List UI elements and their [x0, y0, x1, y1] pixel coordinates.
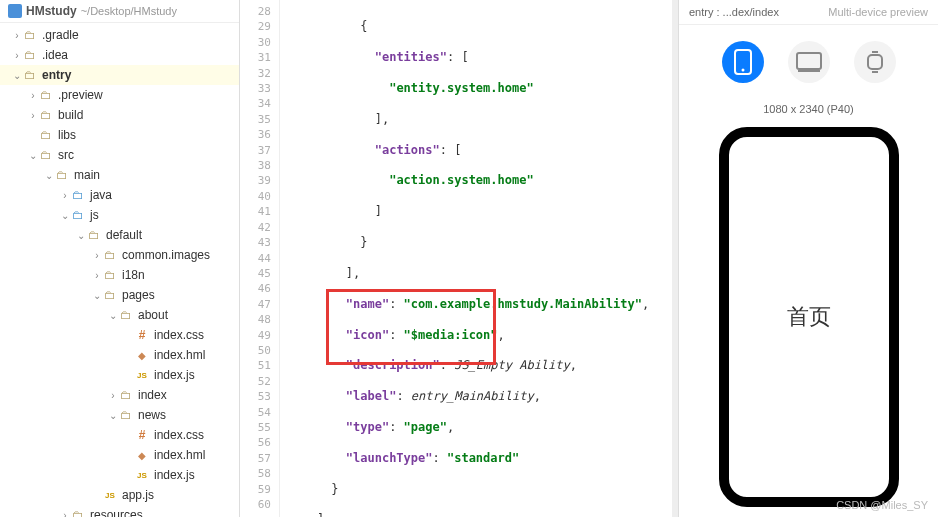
folder-icon: 🗀: [70, 208, 86, 222]
tree-item-about-css[interactable]: index.css: [0, 325, 239, 345]
css-file-icon: [134, 428, 150, 442]
editor-panel: ≡ ▣ ⊘ 1 ✓ 4 ⌃ ⌄ 282930313233343536373839…: [240, 0, 678, 517]
js-file-icon: [134, 368, 150, 382]
tree-item-app-js[interactable]: app.js: [0, 485, 239, 505]
folder-icon: 🗀: [118, 308, 134, 322]
preview-breadcrumb: entry : ...dex/index: [689, 6, 779, 18]
tree-item-news-hml[interactable]: index.hml: [0, 445, 239, 465]
tree-item-libs[interactable]: 🗀libs: [0, 125, 239, 145]
tree-item-about[interactable]: ⌄🗀about: [0, 305, 239, 325]
chevron-right-icon[interactable]: ›: [12, 30, 22, 41]
device-selector: [679, 25, 938, 99]
tree-item-src[interactable]: ⌄🗀src: [0, 145, 239, 165]
file-tree[interactable]: ›🗀.gradle ›🗀.idea ⌄🗀entry ›🗀.preview ›🗀b…: [0, 23, 239, 517]
chevron-down-icon[interactable]: ⌄: [12, 70, 22, 81]
svg-point-1: [741, 69, 744, 72]
tree-item-build[interactable]: ›🗀build: [0, 105, 239, 125]
folder-icon: 🗀: [38, 128, 54, 142]
tablet-icon: [796, 52, 822, 72]
svg-rect-2: [797, 53, 821, 69]
tree-item-js[interactable]: ⌄🗀js: [0, 205, 239, 225]
js-file-icon: [102, 488, 118, 502]
tree-item-about-hml[interactable]: index.hml: [0, 345, 239, 365]
folder-icon: 🗀: [38, 88, 54, 102]
folder-icon: 🗀: [22, 68, 38, 82]
preview-header: entry : ...dex/index Multi-device previe…: [679, 0, 938, 25]
css-file-icon: [134, 328, 150, 342]
phone-icon: [734, 49, 752, 75]
tree-item-entry[interactable]: ⌄🗀entry: [0, 65, 239, 85]
tree-item-i18n[interactable]: ›🗀i18n: [0, 265, 239, 285]
folder-icon: 🗀: [22, 28, 38, 42]
project-header: HMstudy ~/Desktop/HMstudy: [0, 0, 239, 23]
preview-mode-label[interactable]: Multi-device preview: [828, 6, 928, 18]
phone-device-button[interactable]: [722, 41, 764, 83]
folder-icon: 🗀: [86, 228, 102, 242]
tablet-device-button[interactable]: [788, 41, 830, 83]
watermark: CSDN @Miles_SY: [836, 499, 928, 511]
project-icon: [8, 4, 22, 18]
tree-item-resources[interactable]: ›🗀resources: [0, 505, 239, 517]
tree-item-index[interactable]: ›🗀index: [0, 385, 239, 405]
tree-item-pages[interactable]: ⌄🗀pages: [0, 285, 239, 305]
line-gutter: 2829303132333435363738394041424344454647…: [240, 0, 280, 517]
tree-item-news-css[interactable]: index.css: [0, 425, 239, 445]
folder-icon: 🗀: [22, 48, 38, 62]
tree-item-idea[interactable]: ›🗀.idea: [0, 45, 239, 65]
js-file-icon: [134, 468, 150, 482]
tree-item-default[interactable]: ⌄🗀default: [0, 225, 239, 245]
svg-rect-4: [868, 55, 882, 69]
tree-item-preview[interactable]: ›🗀.preview: [0, 85, 239, 105]
project-name: HMstudy: [26, 4, 77, 18]
folder-icon: 🗀: [102, 248, 118, 262]
folder-icon: 🗀: [70, 508, 86, 517]
folder-icon: 🗀: [38, 108, 54, 122]
device-resolution: 1080 x 2340 (P40): [679, 99, 938, 127]
watch-device-button[interactable]: [854, 41, 896, 83]
scrollbar[interactable]: [672, 0, 678, 517]
tree-item-gradle-dir[interactable]: ›🗀.gradle: [0, 25, 239, 45]
phone-screen-text: 首页: [787, 302, 831, 332]
project-path: ~/Desktop/HMstudy: [81, 5, 177, 17]
phone-frame: 首页: [719, 127, 899, 507]
tree-item-about-js[interactable]: index.js: [0, 365, 239, 385]
tree-item-news-js[interactable]: index.js: [0, 465, 239, 485]
tree-item-common-images[interactable]: ›🗀common.images: [0, 245, 239, 265]
folder-icon: 🗀: [38, 148, 54, 162]
code-editor[interactable]: 2829303132333435363738394041424344454647…: [240, 0, 678, 517]
folder-icon: 🗀: [118, 408, 134, 422]
tree-item-java[interactable]: ›🗀java: [0, 185, 239, 205]
tree-item-main[interactable]: ⌄🗀main: [0, 165, 239, 185]
folder-icon: 🗀: [54, 168, 70, 182]
project-tree-panel: HMstudy ~/Desktop/HMstudy ›🗀.gradle ›🗀.i…: [0, 0, 240, 517]
hml-file-icon: [134, 448, 150, 462]
watch-icon: [865, 50, 885, 74]
tree-item-news[interactable]: ⌄🗀news: [0, 405, 239, 425]
code-area[interactable]: { "entities": [ "entity.system.home" ], …: [280, 0, 672, 517]
folder-icon: 🗀: [118, 388, 134, 402]
preview-panel: entry : ...dex/index Multi-device previe…: [678, 0, 938, 517]
folder-icon: 🗀: [102, 268, 118, 282]
folder-icon: 🗀: [70, 188, 86, 202]
hml-file-icon: [134, 348, 150, 362]
folder-icon: 🗀: [102, 288, 118, 302]
